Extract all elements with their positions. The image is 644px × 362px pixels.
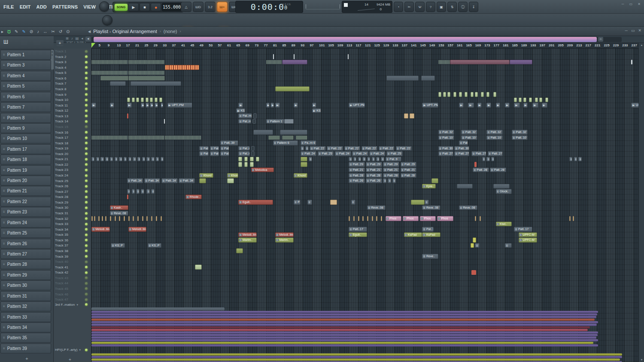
clip[interactable]: ≡Patt..22 xyxy=(396,146,412,151)
clip[interactable]: ≡Patt..25 xyxy=(386,151,402,156)
clip[interactable] xyxy=(362,216,364,221)
clip[interactable]: ≡ xyxy=(569,157,572,162)
clip[interactable] xyxy=(91,70,128,76)
pattern-item[interactable]: ≡Pattern 7 xyxy=(0,102,51,112)
pattern-item[interactable]: ≡Pattern 26 xyxy=(0,239,51,249)
clip[interactable]: ≡Patt..10 xyxy=(438,135,454,140)
clip[interactable]: ≡Epia.. xyxy=(422,184,436,189)
clip[interactable] xyxy=(133,216,134,221)
track-led[interactable] xyxy=(85,93,88,96)
track-led[interactable] xyxy=(85,115,88,117)
clip[interactable]: ▶ xyxy=(270,103,274,108)
pattern-item[interactable]: ≡Pattern 21 xyxy=(0,186,51,196)
mode-button-2[interactable]: 3.2 xyxy=(205,2,216,12)
clip[interactable] xyxy=(372,216,373,221)
clip[interactable] xyxy=(438,92,441,97)
clip[interactable]: ≡ xyxy=(388,178,391,183)
clip[interactable] xyxy=(127,113,128,119)
clip[interactable]: ≡Melodi..ting xyxy=(91,227,110,232)
track-row-14[interactable]: Track 14 xyxy=(54,119,91,124)
clip[interactable]: ≡Khord xyxy=(199,173,213,178)
clip[interactable] xyxy=(131,81,181,86)
clip[interactable] xyxy=(132,97,135,103)
clip[interactable] xyxy=(250,162,254,167)
restore-button[interactable]: ▭ xyxy=(628,1,634,7)
clip[interactable] xyxy=(105,216,106,221)
track-led[interactable] xyxy=(85,207,88,209)
clip[interactable] xyxy=(523,97,526,103)
clip[interactable] xyxy=(296,135,307,140)
clip[interactable] xyxy=(493,92,496,97)
clip[interactable] xyxy=(244,157,248,162)
track-led[interactable] xyxy=(85,196,88,198)
clip[interactable] xyxy=(161,216,162,221)
track-row-8[interactable]: Track 8 xyxy=(54,86,91,92)
clip[interactable]: ≡ xyxy=(96,157,99,162)
playlist-mini-icon-2[interactable]: ▤ xyxy=(76,37,79,40)
track-led[interactable] xyxy=(85,217,88,220)
clip[interactable]: ≡Patt..24 xyxy=(369,151,385,156)
track-row-38[interactable]: Track 38 xyxy=(54,248,91,254)
track-led[interactable] xyxy=(85,303,88,306)
playlist-grid[interactable]: ▶▶▶▶▶▶▶▶▶UPT..PM▶▶▶▶▶▶▶UPT..PM▶UPT..PM▶▶… xyxy=(91,49,638,362)
clip[interactable] xyxy=(119,216,120,221)
clip[interactable] xyxy=(631,60,632,65)
clip[interactable]: ≡ xyxy=(110,157,113,162)
track-row-45[interactable]: Track 45 xyxy=(54,286,91,292)
clip[interactable] xyxy=(244,162,248,167)
pattern-item[interactable]: ≡Pattern 10 xyxy=(0,134,51,143)
clip[interactable]: ≡ xyxy=(142,157,145,162)
clip[interactable]: ≡Patt..29 xyxy=(401,162,416,167)
clip[interactable] xyxy=(199,178,206,183)
slip-icon[interactable]: ↔ xyxy=(43,29,47,34)
clip[interactable] xyxy=(535,97,538,103)
track-led[interactable] xyxy=(85,137,88,139)
clip[interactable] xyxy=(529,97,532,103)
track-row-37[interactable]: Track 37 xyxy=(54,243,91,248)
clip[interactable] xyxy=(156,216,157,221)
clip[interactable] xyxy=(475,92,478,97)
clip[interactable] xyxy=(486,92,489,97)
clip[interactable]: ≡Patt..21 xyxy=(383,167,399,173)
clip[interactable]: ▶ xyxy=(275,103,280,108)
clip[interactable] xyxy=(480,216,481,221)
clip[interactable]: ▶ xyxy=(146,103,149,108)
clip[interactable] xyxy=(251,146,255,151)
clip[interactable] xyxy=(573,216,574,221)
clip[interactable] xyxy=(127,97,130,103)
automation-clip[interactable] xyxy=(91,319,595,321)
clip[interactable] xyxy=(102,216,103,221)
clip[interactable]: ≡ xyxy=(133,157,136,162)
track-row-3[interactable]: Track 3 xyxy=(54,59,91,65)
track-row-46[interactable]: Track 46 xyxy=(54,292,91,297)
clip[interactable]: ▶ xyxy=(238,103,243,108)
clip[interactable]: ▶KS-5 xyxy=(236,108,245,113)
automation-clip[interactable] xyxy=(91,321,598,323)
clip[interactable] xyxy=(250,157,254,162)
playhead-marker[interactable] xyxy=(91,43,95,48)
clip[interactable]: ≡Melodi..ting xyxy=(275,232,294,237)
track-led[interactable] xyxy=(85,55,88,58)
clip[interactable]: ▶ xyxy=(486,103,491,108)
snap-magnet-icon[interactable]: Ω xyxy=(7,29,11,34)
clip[interactable] xyxy=(294,54,295,59)
menu-file[interactable]: FILE xyxy=(3,4,14,9)
clip[interactable]: ≡Patt..22 xyxy=(199,146,208,151)
clip[interactable]: ≡Kastr.. xyxy=(110,205,128,210)
clip[interactable] xyxy=(386,76,419,81)
clip[interactable]: ≡Reve..08 xyxy=(459,205,477,210)
track-row-26[interactable]: Track 26 xyxy=(54,183,91,189)
clip[interactable] xyxy=(146,97,149,103)
track-row-36[interactable]: Track 36 xyxy=(54,237,91,243)
clip[interactable]: ≡ xyxy=(309,157,312,162)
clip[interactable] xyxy=(165,65,199,70)
track-led[interactable] xyxy=(85,147,88,150)
automation-track-row-1[interactable]: HP/(LP F..arty)▼ xyxy=(54,347,91,353)
automation-clip[interactable] xyxy=(91,326,590,329)
pattern-item[interactable]: ≡Pattern 6 xyxy=(0,92,51,102)
vertical-scrollbar[interactable]: ▲ ▼ xyxy=(638,43,644,362)
automation-track-row-0[interactable]: 3rd F..mation▼ xyxy=(54,302,91,307)
clip[interactable]: ≡UPFC-M xyxy=(519,232,537,237)
vscroll-down-arrow[interactable]: ▼ xyxy=(639,359,644,361)
clip[interactable]: ▶ xyxy=(468,103,474,108)
